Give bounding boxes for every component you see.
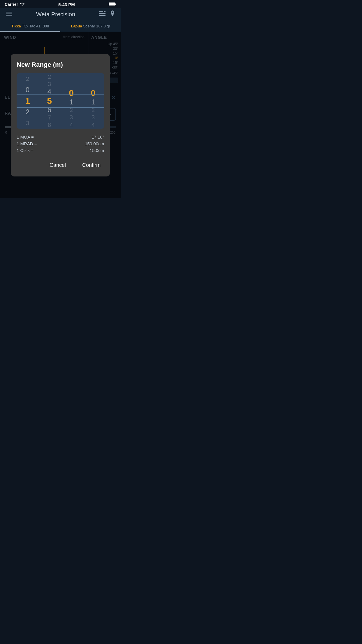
- svg-point-0: [22, 5, 22, 6]
- range-picker[interactable]: 2 0 1 2 3 2 3 4 5 6 7 8: [17, 73, 104, 129]
- tab-lapua[interactable]: Lapua Scenar 167.0 gr: [60, 22, 121, 32]
- click-label: 1 Click =: [17, 148, 34, 153]
- app-header: Weta Precision: [0, 8, 121, 20]
- mrad-label: 1 MRAD =: [17, 141, 37, 146]
- picker-item: 4: [38, 88, 60, 96]
- new-range-modal: New Range (m) 2 0 1 2 3 2 3: [11, 54, 110, 176]
- tab-bar: Tikka T3x Tac A1 .308 Lapua Scenar 167.0…: [0, 20, 121, 32]
- mrad-value: 150.00cm: [85, 141, 104, 146]
- picker-columns: 2 0 1 2 3 2 3 4 5 6 7 8: [17, 73, 104, 129]
- picker-item-selected: 5: [38, 96, 60, 106]
- tab-lapua-brand: Lapua: [71, 24, 82, 28]
- picker-item: 3: [82, 114, 104, 121]
- picker-item-selected: 0: [60, 88, 82, 98]
- picker-item: 1: [82, 98, 104, 106]
- picker-item: [60, 73, 82, 81]
- click-value: 15.0cm: [90, 148, 104, 153]
- moa-value: 17.18": [92, 134, 104, 139]
- tab-lapua-detail-text: Scenar 167.0 gr: [83, 24, 110, 28]
- modal-overlay: New Range (m) 2 0 1 2 3 2 3: [0, 32, 121, 198]
- picker-item: [60, 81, 82, 88]
- svg-rect-3: [115, 4, 116, 5]
- carrier-text: Carrier: [5, 2, 18, 7]
- picker-item: [82, 81, 104, 88]
- svg-rect-9: [99, 15, 106, 16]
- picker-item: 0: [17, 84, 38, 95]
- picker-item: 1: [60, 98, 82, 106]
- picker-item: 3: [38, 80, 60, 88]
- tab-tikka-detail-text: T3x Tac A1 .308: [22, 24, 49, 28]
- mrad-info-row: 1 MRAD = 150.00cm: [17, 141, 104, 146]
- list-icon[interactable]: [99, 11, 106, 18]
- picker-item: 2: [82, 106, 104, 114]
- confirm-button[interactable]: Confirm: [79, 160, 104, 171]
- picker-item: 4: [82, 121, 104, 129]
- tab-tikka[interactable]: Tikka T3x Tac A1 .308: [0, 22, 60, 32]
- picker-item: 3: [60, 114, 82, 121]
- picker-item: [82, 73, 104, 81]
- svg-rect-2: [109, 3, 115, 5]
- status-time: 5:43 PM: [58, 2, 75, 7]
- picker-item-selected: 1: [17, 95, 38, 106]
- modal-title: New Range (m): [17, 61, 104, 69]
- status-bar: Carrier 5:43 PM: [0, 0, 121, 8]
- wifi-icon: [20, 2, 24, 7]
- svg-rect-5: [6, 13, 12, 14]
- picker-item: 7: [38, 114, 60, 121]
- svg-rect-4: [6, 12, 12, 13]
- picker-col-hundreds[interactable]: 2 3 4 5 6 7 8: [38, 73, 60, 129]
- tab-tikka-brand: Tikka: [11, 24, 21, 28]
- picker-item: 2: [60, 106, 82, 114]
- app-title: Weta Precision: [36, 11, 75, 18]
- svg-rect-7: [99, 11, 103, 12]
- modal-actions: Cancel Confirm: [17, 160, 104, 171]
- picker-item: 2: [38, 73, 60, 80]
- svg-rect-10: [104, 11, 106, 12]
- picker-item: 3: [17, 118, 38, 129]
- menu-icon[interactable]: [6, 11, 12, 18]
- range-info: 1 MOA = 17.18" 1 MRAD = 150.00cm 1 Click…: [17, 134, 104, 153]
- picker-item: 4: [60, 121, 82, 129]
- picker-item: 2: [17, 73, 38, 84]
- svg-rect-6: [6, 15, 12, 16]
- svg-rect-8: [99, 13, 106, 14]
- picker-col-tens[interactable]: 0 1 2 3 4: [60, 73, 82, 129]
- picker-item: 6: [38, 106, 60, 114]
- status-right: [109, 2, 116, 7]
- battery-icon: [109, 2, 116, 7]
- moa-info-row: 1 MOA = 17.18": [17, 134, 104, 139]
- cancel-button[interactable]: Cancel: [46, 160, 69, 171]
- picker-col-ones[interactable]: 0 1 2 3 4: [82, 73, 104, 129]
- picker-item: 2: [17, 106, 38, 118]
- status-left: Carrier: [5, 2, 24, 7]
- picker-item: 8: [38, 121, 60, 129]
- click-info-row: 1 Click = 15.0cm: [17, 148, 104, 153]
- moa-label: 1 MOA =: [17, 134, 34, 139]
- picker-col-thousands[interactable]: 2 0 1 2 3: [17, 73, 38, 129]
- picker-item-selected: 0: [82, 88, 104, 98]
- location-icon[interactable]: [110, 10, 115, 18]
